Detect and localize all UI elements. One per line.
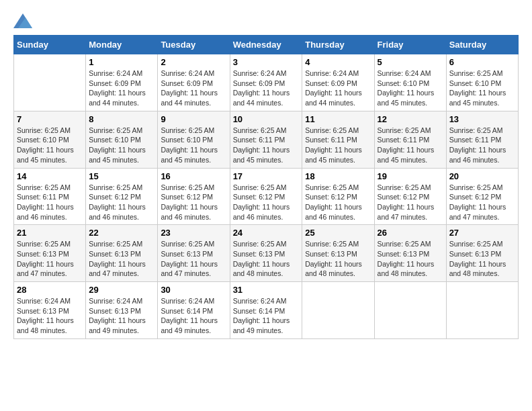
calendar-cell: 21Sunrise: 6:25 AMSunset: 6:13 PMDayligh…: [14, 225, 86, 282]
day-info: Sunrise: 6:24 AMSunset: 6:14 PMDaylight:…: [161, 296, 226, 336]
calendar-cell: [302, 282, 374, 339]
day-number: 3: [233, 57, 300, 67]
calendar-cell: 16Sunrise: 6:25 AMSunset: 6:12 PMDayligh…: [158, 168, 230, 225]
day-info: Sunrise: 6:25 AMSunset: 6:10 PMDaylight:…: [449, 68, 515, 108]
day-number: 28: [17, 285, 83, 295]
day-number: 25: [305, 228, 371, 238]
day-info: Sunrise: 6:25 AMSunset: 6:13 PMDaylight:…: [305, 239, 371, 279]
day-info: Sunrise: 6:25 AMSunset: 6:10 PMDaylight:…: [161, 126, 226, 165]
day-info: Sunrise: 6:25 AMSunset: 6:11 PMDaylight:…: [17, 183, 83, 222]
day-number: 26: [378, 228, 443, 238]
calendar-cell: 24Sunrise: 6:25 AMSunset: 6:13 PMDayligh…: [230, 225, 302, 282]
calendar-cell: 27Sunrise: 6:25 AMSunset: 6:13 PMDayligh…: [446, 225, 518, 282]
calendar-cell: 8Sunrise: 6:25 AMSunset: 6:10 PMDaylight…: [86, 111, 158, 168]
day-number: 6: [449, 57, 515, 67]
calendar-cell: 6Sunrise: 6:25 AMSunset: 6:10 PMDaylight…: [446, 54, 518, 111]
day-info: Sunrise: 6:24 AMSunset: 6:09 PMDaylight:…: [89, 68, 154, 108]
calendar-cell: 4Sunrise: 6:24 AMSunset: 6:09 PMDaylight…: [302, 54, 374, 111]
day-info: Sunrise: 6:25 AMSunset: 6:13 PMDaylight:…: [161, 239, 226, 279]
day-info: Sunrise: 6:25 AMSunset: 6:12 PMDaylight:…: [378, 183, 443, 222]
column-header-thursday: Thursday: [302, 36, 374, 54]
column-header-wednesday: Wednesday: [230, 36, 302, 54]
day-number: 7: [17, 114, 83, 124]
page-header: [13, 13, 519, 28]
calendar-week-row: 1Sunrise: 6:24 AMSunset: 6:09 PMDaylight…: [14, 54, 519, 111]
day-number: 27: [449, 228, 515, 238]
day-info: Sunrise: 6:25 AMSunset: 6:13 PMDaylight:…: [449, 239, 515, 279]
day-info: Sunrise: 6:25 AMSunset: 6:12 PMDaylight:…: [449, 183, 515, 222]
calendar-cell: 5Sunrise: 6:24 AMSunset: 6:10 PMDaylight…: [374, 54, 446, 111]
calendar-week-row: 28Sunrise: 6:24 AMSunset: 6:13 PMDayligh…: [14, 282, 519, 339]
calendar-cell: 3Sunrise: 6:24 AMSunset: 6:09 PMDaylight…: [230, 54, 302, 111]
day-info: Sunrise: 6:25 AMSunset: 6:13 PMDaylight:…: [233, 239, 300, 279]
calendar-cell: 26Sunrise: 6:25 AMSunset: 6:13 PMDayligh…: [374, 225, 446, 282]
day-info: Sunrise: 6:25 AMSunset: 6:12 PMDaylight:…: [233, 183, 300, 222]
day-number: 30: [161, 285, 226, 295]
day-number: 23: [161, 228, 226, 238]
calendar-cell: 15Sunrise: 6:25 AMSunset: 6:12 PMDayligh…: [86, 168, 158, 225]
day-number: 31: [233, 285, 300, 295]
day-info: Sunrise: 6:25 AMSunset: 6:13 PMDaylight:…: [17, 239, 83, 279]
day-info: Sunrise: 6:25 AMSunset: 6:11 PMDaylight:…: [233, 126, 300, 165]
calendar-cell: 20Sunrise: 6:25 AMSunset: 6:12 PMDayligh…: [446, 168, 518, 225]
calendar-week-row: 14Sunrise: 6:25 AMSunset: 6:11 PMDayligh…: [14, 168, 519, 225]
day-number: 12: [378, 114, 443, 124]
day-info: Sunrise: 6:24 AMSunset: 6:13 PMDaylight:…: [89, 296, 154, 336]
day-number: 9: [161, 114, 226, 124]
column-header-saturday: Saturday: [446, 36, 518, 54]
calendar-cell: 19Sunrise: 6:25 AMSunset: 6:12 PMDayligh…: [374, 168, 446, 225]
day-info: Sunrise: 6:25 AMSunset: 6:13 PMDaylight:…: [378, 239, 443, 279]
logo: [13, 13, 35, 28]
day-number: 4: [305, 57, 371, 67]
day-info: Sunrise: 6:25 AMSunset: 6:10 PMDaylight:…: [17, 126, 83, 165]
calendar-table: SundayMondayTuesdayWednesdayThursdayFrid…: [13, 35, 519, 339]
day-info: Sunrise: 6:24 AMSunset: 6:14 PMDaylight:…: [233, 296, 300, 336]
day-number: 21: [17, 228, 83, 238]
day-number: 2: [161, 57, 226, 67]
calendar-cell: 17Sunrise: 6:25 AMSunset: 6:12 PMDayligh…: [230, 168, 302, 225]
logo-icon: [13, 13, 32, 28]
day-number: 24: [233, 228, 300, 238]
calendar-cell: 25Sunrise: 6:25 AMSunset: 6:13 PMDayligh…: [302, 225, 374, 282]
calendar-cell: 23Sunrise: 6:25 AMSunset: 6:13 PMDayligh…: [158, 225, 230, 282]
day-number: 13: [449, 114, 515, 124]
calendar-cell: 22Sunrise: 6:25 AMSunset: 6:13 PMDayligh…: [86, 225, 158, 282]
calendar-cell: 9Sunrise: 6:25 AMSunset: 6:10 PMDaylight…: [158, 111, 230, 168]
calendar-cell: 10Sunrise: 6:25 AMSunset: 6:11 PMDayligh…: [230, 111, 302, 168]
day-number: 1: [89, 57, 154, 67]
calendar-cell: [446, 282, 518, 339]
calendar-cell: 14Sunrise: 6:25 AMSunset: 6:11 PMDayligh…: [14, 168, 86, 225]
calendar-cell: 31Sunrise: 6:24 AMSunset: 6:14 PMDayligh…: [230, 282, 302, 339]
day-info: Sunrise: 6:25 AMSunset: 6:13 PMDaylight:…: [89, 239, 154, 279]
calendar-cell: 30Sunrise: 6:24 AMSunset: 6:14 PMDayligh…: [158, 282, 230, 339]
day-number: 17: [233, 171, 300, 181]
column-header-tuesday: Tuesday: [158, 36, 230, 54]
day-number: 22: [89, 228, 154, 238]
calendar-cell: 18Sunrise: 6:25 AMSunset: 6:12 PMDayligh…: [302, 168, 374, 225]
day-info: Sunrise: 6:25 AMSunset: 6:11 PMDaylight:…: [305, 126, 371, 165]
day-info: Sunrise: 6:25 AMSunset: 6:12 PMDaylight:…: [305, 183, 371, 222]
calendar-cell: 11Sunrise: 6:25 AMSunset: 6:11 PMDayligh…: [302, 111, 374, 168]
column-header-friday: Friday: [374, 36, 446, 54]
calendar-cell: 29Sunrise: 6:24 AMSunset: 6:13 PMDayligh…: [86, 282, 158, 339]
day-info: Sunrise: 6:25 AMSunset: 6:12 PMDaylight:…: [89, 183, 154, 222]
calendar-cell: [374, 282, 446, 339]
day-number: 16: [161, 171, 226, 181]
day-number: 5: [378, 57, 443, 67]
day-info: Sunrise: 6:25 AMSunset: 6:12 PMDaylight:…: [161, 183, 226, 222]
day-number: 14: [17, 171, 83, 181]
day-info: Sunrise: 6:24 AMSunset: 6:09 PMDaylight:…: [233, 68, 300, 108]
column-header-monday: Monday: [86, 36, 158, 54]
calendar-cell: 2Sunrise: 6:24 AMSunset: 6:09 PMDaylight…: [158, 54, 230, 111]
day-number: 8: [89, 114, 154, 124]
day-number: 15: [89, 171, 154, 181]
day-info: Sunrise: 6:24 AMSunset: 6:13 PMDaylight:…: [17, 296, 83, 336]
calendar-header-row: SundayMondayTuesdayWednesdayThursdayFrid…: [14, 36, 519, 54]
day-number: 11: [305, 114, 371, 124]
day-number: 19: [378, 171, 443, 181]
day-number: 29: [89, 285, 154, 295]
calendar-cell: 12Sunrise: 6:25 AMSunset: 6:11 PMDayligh…: [374, 111, 446, 168]
calendar-cell: 13Sunrise: 6:25 AMSunset: 6:11 PMDayligh…: [446, 111, 518, 168]
calendar-week-row: 7Sunrise: 6:25 AMSunset: 6:10 PMDaylight…: [14, 111, 519, 168]
calendar-cell: 1Sunrise: 6:24 AMSunset: 6:09 PMDaylight…: [86, 54, 158, 111]
